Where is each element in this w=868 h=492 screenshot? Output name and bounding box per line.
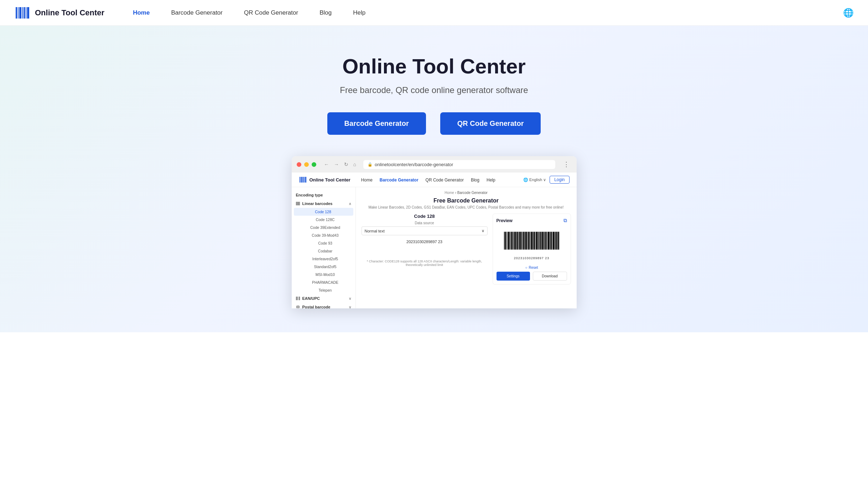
sidebar-item-interleaved[interactable]: Interleaved2of5 (292, 255, 355, 263)
svg-rect-20 (297, 297, 297, 300)
sidebar-item-code128[interactable]: Code 128 (294, 208, 353, 216)
svg-rect-33 (505, 232, 506, 250)
sidebar-item-code39mod43[interactable]: Code 39-Mod43 (292, 231, 355, 239)
svg-rect-37 (510, 232, 511, 250)
barcode-type-heading: Code 128 (362, 214, 488, 219)
svg-rect-51 (527, 232, 527, 250)
copy-button[interactable]: ⧉ (563, 217, 567, 224)
sidebar-item-standard2of5[interactable]: Standard2of5 (292, 263, 355, 271)
inner-login-button[interactable]: Login (550, 176, 569, 184)
inner-logo-text: Online Tool Center (310, 177, 350, 183)
svg-rect-36 (509, 232, 510, 250)
browser-expand-dot[interactable] (312, 162, 316, 167)
svg-rect-15 (297, 202, 297, 205)
sidebar-item-pharmacade[interactable]: PHARMACADE (292, 278, 355, 286)
browser-close-dot[interactable] (297, 162, 301, 167)
ean-barcode-icon (296, 296, 300, 301)
browser-nav-buttons: ← → ↻ ⌂ (323, 161, 358, 168)
svg-rect-2 (19, 7, 21, 19)
nav-item-barcode[interactable]: Barcode Generator (171, 9, 223, 16)
svg-rect-1 (18, 7, 19, 19)
data-source-label: Data source (362, 221, 488, 225)
svg-rect-13 (305, 177, 306, 183)
inner-nav-help[interactable]: Help (487, 176, 495, 183)
svg-rect-55 (531, 232, 532, 250)
logo-icon (14, 4, 31, 21)
svg-rect-58 (535, 232, 536, 250)
inner-site: Online Tool Center Home Barcode Generato… (292, 173, 577, 308)
qr-generator-button[interactable]: QR Code Generator (440, 112, 541, 135)
encoding-type-label: Encoding type (296, 193, 323, 197)
svg-rect-70 (550, 232, 550, 250)
preview-actions: Settings Download (497, 272, 567, 281)
svg-rect-12 (305, 177, 305, 183)
logo[interactable]: Online Tool Center (14, 4, 104, 21)
sidebar-section-linear[interactable]: Linear barcodes ∧ (292, 199, 355, 208)
svg-rect-66 (545, 232, 546, 250)
svg-rect-77 (558, 232, 559, 250)
browser-back-button[interactable]: ← (323, 161, 331, 168)
svg-rect-57 (534, 232, 535, 250)
main-nav: Online Tool Center Home Barcode Generato… (0, 0, 868, 26)
inner-sidebar: Encoding type Linear barcodes ∧ (292, 187, 356, 308)
reset-button[interactable]: ○ Reset (497, 266, 567, 270)
sidebar-section-postal[interactable]: Postal barcode ∨ (292, 303, 355, 308)
svg-rect-32 (504, 232, 505, 250)
inner-nav-home[interactable]: Home (361, 176, 373, 183)
svg-rect-34 (506, 232, 507, 250)
svg-rect-14 (296, 202, 296, 205)
svg-rect-24 (297, 305, 297, 308)
svg-rect-75 (556, 232, 557, 250)
svg-rect-6 (27, 7, 29, 19)
inner-nav-qr[interactable]: QR Code Generator (426, 176, 464, 183)
postal-barcode-icon (296, 305, 300, 308)
data-source-select[interactable]: Normal text ∨ (362, 226, 488, 235)
tool-note: * Character: CODE128 supports all 128 AS… (362, 260, 488, 267)
reset-icon: ○ (525, 266, 527, 270)
inner-nav-barcode[interactable]: Barcode Generator (380, 176, 419, 183)
sidebar-item-msi[interactable]: MSI-Mod10 (292, 271, 355, 278)
browser-forward-button[interactable]: → (333, 161, 341, 168)
breadcrumb-home[interactable]: Home (445, 191, 454, 195)
sidebar-item-codabar[interactable]: Codabar (292, 247, 355, 255)
settings-button[interactable]: Settings (497, 272, 530, 281)
nav-item-home[interactable]: Home (133, 9, 150, 16)
svg-rect-38 (511, 232, 512, 250)
svg-rect-71 (551, 232, 552, 250)
svg-rect-10 (303, 177, 303, 183)
barcode-display: 20231030289897 23 (497, 226, 567, 263)
hero-buttons: Barcode Generator QR Code Generator (7, 112, 861, 135)
browser-refresh-button[interactable]: ↻ (343, 161, 350, 168)
barcode-number: 20231030289897 23 (514, 256, 550, 260)
svg-rect-5 (26, 7, 26, 19)
browser-home-button[interactable]: ⌂ (352, 161, 358, 168)
nav-item-help[interactable]: Help (353, 9, 365, 16)
inner-main-panel: Home › Barcode Generator Free Barcode Ge… (356, 187, 577, 308)
nav-item-blog[interactable]: Blog (319, 9, 332, 16)
globe-icon[interactable]: 🌐 (843, 8, 854, 18)
browser-menu-button[interactable]: ⋮ (561, 160, 572, 169)
inner-nav-right: 🌐 English ∨ Login (523, 176, 570, 184)
sidebar-item-code93[interactable]: Code 93 (292, 239, 355, 247)
browser-minimize-dot[interactable] (304, 162, 309, 167)
svg-rect-46 (521, 232, 522, 250)
svg-rect-17 (298, 202, 299, 205)
svg-rect-67 (546, 232, 547, 250)
sidebar-item-code128c[interactable]: Code 128C (292, 216, 355, 224)
logo-text: Online Tool Center (35, 8, 104, 17)
sidebar-section-ean[interactable]: EAN/UPC ∨ (292, 294, 355, 303)
reset-label: Reset (529, 266, 538, 270)
barcode-input-value[interactable]: 20231030289897 23 (362, 238, 488, 245)
nav-item-qr[interactable]: QR Code Generator (244, 9, 298, 16)
data-source-value: Normal text (365, 229, 385, 233)
browser-chrome: ← → ↻ ⌂ 🔒 onlinetoolcenter/en/barcode-ge… (292, 156, 577, 173)
download-button[interactable]: Download (533, 272, 567, 281)
inner-logo[interactable]: Online Tool Center (299, 175, 350, 184)
barcode-generator-button[interactable]: Barcode Generator (327, 112, 426, 135)
browser-address-bar[interactable]: 🔒 onlinetoolcenter/en/barcode-generator (363, 160, 555, 169)
preview-title: Preview (497, 218, 513, 223)
inner-language-selector[interactable]: 🌐 English ∨ (523, 178, 546, 182)
sidebar-item-telepen[interactable]: Telepen (292, 286, 355, 294)
inner-nav-blog[interactable]: Blog (471, 176, 479, 183)
sidebar-item-code39ext[interactable]: Code 39Extended (292, 224, 355, 231)
